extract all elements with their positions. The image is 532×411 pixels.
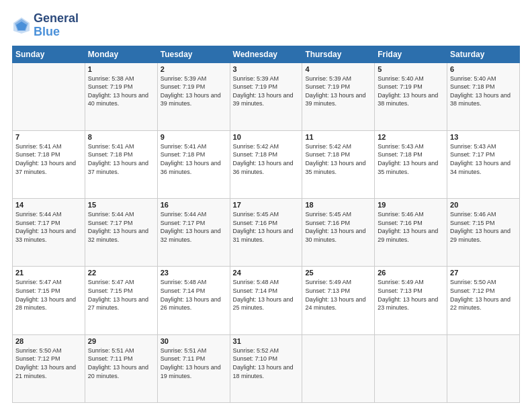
calendar-cell: 8Sunrise: 5:41 AMSunset: 7:18 PMDaylight… [85, 130, 157, 198]
day-info: Sunrise: 5:51 AMSunset: 7:11 PMDaylight:… [161, 347, 227, 380]
day-number: 16 [161, 201, 227, 209]
calendar-cell: 7Sunrise: 5:41 AMSunset: 7:18 PMDaylight… [13, 130, 85, 198]
day-number: 14 [15, 201, 82, 209]
calendar-cell: 23Sunrise: 5:48 AMSunset: 7:14 PMDayligh… [157, 267, 230, 334]
calendar-cell: 30Sunrise: 5:51 AMSunset: 7:11 PMDayligh… [157, 334, 230, 402]
day-number: 5 [378, 65, 444, 73]
calendar-cell: 2Sunrise: 5:39 AMSunset: 7:19 PMDaylight… [157, 62, 230, 130]
day-info: Sunrise: 5:51 AMSunset: 7:11 PMDaylight:… [88, 347, 154, 380]
calendar-cell: 1Sunrise: 5:38 AMSunset: 7:19 PMDaylight… [85, 62, 157, 130]
day-info: Sunrise: 5:39 AMSunset: 7:19 PMDaylight:… [233, 75, 300, 108]
day-number: 31 [233, 337, 300, 345]
day-info: Sunrise: 5:48 AMSunset: 7:14 PMDaylight:… [161, 278, 227, 312]
day-info: Sunrise: 5:42 AMSunset: 7:18 PMDaylight:… [233, 142, 300, 176]
calendar-cell [375, 334, 447, 402]
calendar-cell: 22Sunrise: 5:47 AMSunset: 7:15 PMDayligh… [85, 267, 157, 334]
day-number: 3 [233, 65, 300, 73]
calendar-header-row: SundayMondayTuesdayWednesdayThursdayFrid… [13, 46, 520, 62]
day-info: Sunrise: 5:50 AMSunset: 7:12 PMDaylight:… [450, 278, 517, 312]
day-number: 28 [15, 337, 82, 345]
calendar-cell: 24Sunrise: 5:48 AMSunset: 7:14 PMDayligh… [230, 267, 302, 334]
day-info: Sunrise: 5:49 AMSunset: 7:13 PMDaylight:… [378, 278, 444, 312]
calendar-cell: 21Sunrise: 5:47 AMSunset: 7:15 PMDayligh… [13, 267, 85, 334]
day-number: 21 [15, 269, 82, 277]
weekday-header: Tuesday [157, 46, 230, 62]
day-info: Sunrise: 5:44 AMSunset: 7:17 PMDaylight:… [88, 210, 154, 244]
calendar-cell [302, 334, 375, 402]
day-info: Sunrise: 5:44 AMSunset: 7:17 PMDaylight:… [15, 210, 82, 244]
day-info: Sunrise: 5:41 AMSunset: 7:18 PMDaylight:… [161, 142, 227, 176]
calendar-week-row: 7Sunrise: 5:41 AMSunset: 7:18 PMDaylight… [13, 130, 520, 198]
calendar-week-row: 21Sunrise: 5:47 AMSunset: 7:15 PMDayligh… [13, 267, 520, 334]
weekday-header: Thursday [302, 46, 375, 62]
calendar-cell: 28Sunrise: 5:50 AMSunset: 7:12 PMDayligh… [13, 334, 85, 402]
day-info: Sunrise: 5:50 AMSunset: 7:12 PMDaylight:… [15, 347, 82, 380]
calendar-cell: 16Sunrise: 5:44 AMSunset: 7:17 PMDayligh… [157, 199, 230, 267]
logo: General Blue [12, 12, 79, 39]
day-number: 26 [378, 269, 444, 277]
calendar-cell: 19Sunrise: 5:46 AMSunset: 7:16 PMDayligh… [375, 199, 447, 267]
weekday-header: Sunday [13, 46, 85, 62]
day-number: 27 [450, 269, 517, 277]
weekday-header: Friday [375, 46, 447, 62]
day-info: Sunrise: 5:45 AMSunset: 7:16 PMDaylight:… [233, 210, 300, 244]
day-number: 11 [305, 133, 371, 141]
day-info: Sunrise: 5:41 AMSunset: 7:18 PMDaylight:… [88, 142, 154, 176]
logo-text: General Blue [34, 12, 79, 39]
day-info: Sunrise: 5:46 AMSunset: 7:15 PMDaylight:… [450, 210, 517, 244]
day-number: 13 [450, 133, 517, 141]
day-number: 10 [233, 133, 300, 141]
day-info: Sunrise: 5:43 AMSunset: 7:17 PMDaylight:… [450, 142, 517, 176]
calendar-cell: 26Sunrise: 5:49 AMSunset: 7:13 PMDayligh… [375, 267, 447, 334]
calendar-cell: 27Sunrise: 5:50 AMSunset: 7:12 PMDayligh… [447, 267, 520, 334]
day-number: 8 [88, 133, 154, 141]
day-number: 6 [450, 65, 517, 73]
day-number: 2 [161, 65, 227, 73]
day-number: 9 [161, 133, 227, 141]
calendar-cell: 13Sunrise: 5:43 AMSunset: 7:17 PMDayligh… [447, 130, 520, 198]
day-info: Sunrise: 5:39 AMSunset: 7:19 PMDaylight:… [305, 75, 371, 108]
day-number: 23 [161, 269, 227, 277]
calendar-cell: 25Sunrise: 5:49 AMSunset: 7:13 PMDayligh… [302, 267, 375, 334]
calendar-cell: 11Sunrise: 5:42 AMSunset: 7:18 PMDayligh… [302, 130, 375, 198]
day-number: 1 [88, 65, 154, 73]
day-info: Sunrise: 5:40 AMSunset: 7:19 PMDaylight:… [378, 75, 444, 108]
day-number: 24 [233, 269, 300, 277]
day-info: Sunrise: 5:43 AMSunset: 7:18 PMDaylight:… [378, 142, 444, 176]
calendar-week-row: 1Sunrise: 5:38 AMSunset: 7:19 PMDaylight… [13, 62, 520, 130]
calendar-cell: 14Sunrise: 5:44 AMSunset: 7:17 PMDayligh… [13, 199, 85, 267]
day-info: Sunrise: 5:47 AMSunset: 7:15 PMDaylight:… [15, 278, 82, 312]
calendar-table: SundayMondayTuesdayWednesdayThursdayFrid… [12, 46, 520, 403]
day-info: Sunrise: 5:38 AMSunset: 7:19 PMDaylight:… [88, 75, 154, 108]
calendar-cell: 18Sunrise: 5:45 AMSunset: 7:16 PMDayligh… [302, 199, 375, 267]
day-info: Sunrise: 5:41 AMSunset: 7:18 PMDaylight:… [15, 142, 82, 176]
day-info: Sunrise: 5:45 AMSunset: 7:16 PMDaylight:… [305, 210, 371, 244]
day-info: Sunrise: 5:39 AMSunset: 7:19 PMDaylight:… [161, 75, 227, 108]
calendar-cell: 10Sunrise: 5:42 AMSunset: 7:18 PMDayligh… [230, 130, 302, 198]
calendar-cell [447, 334, 520, 402]
calendar-cell [13, 62, 85, 130]
day-info: Sunrise: 5:47 AMSunset: 7:15 PMDaylight:… [88, 278, 154, 312]
day-number: 19 [378, 201, 444, 209]
day-number: 29 [88, 337, 154, 345]
calendar-cell: 17Sunrise: 5:45 AMSunset: 7:16 PMDayligh… [230, 199, 302, 267]
day-info: Sunrise: 5:48 AMSunset: 7:14 PMDaylight:… [233, 278, 300, 312]
calendar-cell: 12Sunrise: 5:43 AMSunset: 7:18 PMDayligh… [375, 130, 447, 198]
day-number: 4 [305, 65, 371, 73]
calendar-cell: 15Sunrise: 5:44 AMSunset: 7:17 PMDayligh… [85, 199, 157, 267]
weekday-header: Saturday [447, 46, 520, 62]
day-info: Sunrise: 5:44 AMSunset: 7:17 PMDaylight:… [161, 210, 227, 244]
weekday-header: Wednesday [230, 46, 302, 62]
calendar-cell: 5Sunrise: 5:40 AMSunset: 7:19 PMDaylight… [375, 62, 447, 130]
day-number: 25 [305, 269, 371, 277]
day-number: 22 [88, 269, 154, 277]
header: General Blue [12, 12, 520, 39]
day-info: Sunrise: 5:40 AMSunset: 7:18 PMDaylight:… [450, 75, 517, 108]
day-number: 20 [450, 201, 517, 209]
calendar-cell: 29Sunrise: 5:51 AMSunset: 7:11 PMDayligh… [85, 334, 157, 402]
day-number: 17 [233, 201, 300, 209]
day-number: 18 [305, 201, 371, 209]
calendar-cell: 3Sunrise: 5:39 AMSunset: 7:19 PMDaylight… [230, 62, 302, 130]
calendar-cell: 4Sunrise: 5:39 AMSunset: 7:19 PMDaylight… [302, 62, 375, 130]
weekday-header: Monday [85, 46, 157, 62]
